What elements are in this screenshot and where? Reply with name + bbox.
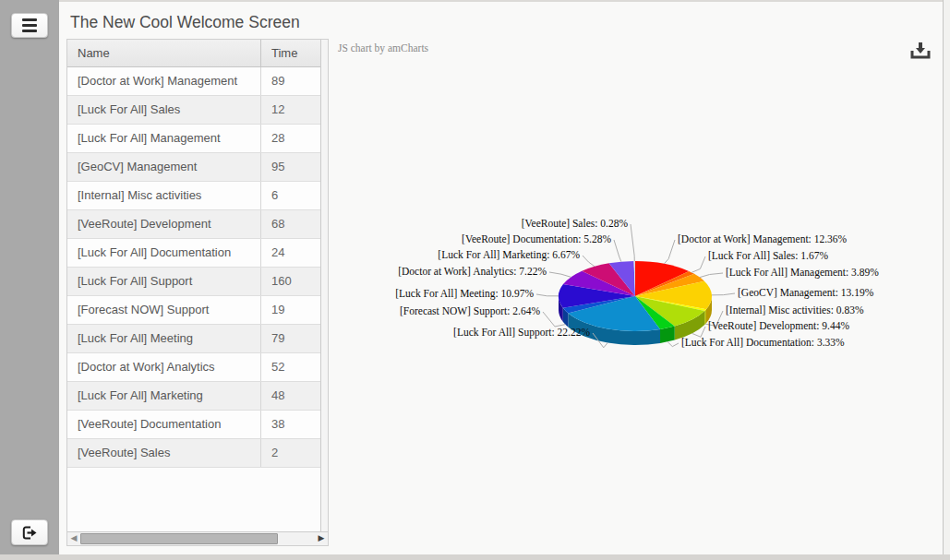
table-row[interactable]: [GeoCV] Management95 [67,153,321,182]
sidebar [0,0,59,560]
cell-name: [Luck For All] Sales [67,96,261,124]
pie-tick [614,240,621,262]
table-header: Name Time [67,40,321,67]
table-row[interactable]: [VeeRoute] Documentation38 [67,411,321,439]
pie-label: [VeeRoute] Documentation: 5.28% [462,232,611,246]
cell-name: [Luck For All] Marketing [67,382,261,410]
table-row[interactable]: [VeeRoute] Sales2 [67,439,321,468]
cell-time: 6 [261,182,321,209]
cell-time: 28 [261,125,321,152]
pie-label: [Doctor at Work] Management: 12.36% [678,232,847,246]
window-border-right [943,0,950,554]
cell-time: 19 [261,296,321,324]
menu-button[interactable] [11,13,48,38]
pie-tick [691,256,705,272]
cell-time: 48 [261,382,321,410]
cell-name: [Doctor at Work] Management [67,67,261,95]
cell-time: 79 [261,325,321,352]
pie-label: [Luck For All] Management: 3.89% [726,266,879,280]
cell-name: [GeoCV] Management [67,153,261,181]
scroll-right-arrow-icon[interactable]: ▶ [316,532,327,544]
cell-name: [Luck For All] Meeting [67,325,261,352]
cell-time: 24 [261,239,321,267]
pie-label: [Luck For All] Meeting: 10.97% [395,287,534,301]
pie-label: [GeoCV] Management: 13.19% [738,286,873,300]
table-body: [Doctor at Work] Management89[Luck For A… [67,67,321,532]
download-icon [909,41,932,60]
amcharts-watermark[interactable]: JS chart by amCharts [338,42,428,54]
cell-time: 89 [261,67,321,95]
window-border-bottom [0,554,950,560]
pie-label: [VeeRoute] Sales: 0.28% [522,217,628,231]
pie-tick [543,312,565,327]
pie-tick [593,333,607,348]
table-row[interactable]: [Luck For All] Documentation24 [67,239,321,268]
cell-name: [Forecast NOW] Support [67,296,261,324]
cell-time: 12 [261,96,321,124]
cell-time: 2 [261,439,321,467]
table-row[interactable]: [Doctor at Work] Analytics52 [67,353,321,382]
cell-time: 95 [261,153,321,181]
cell-name: [VeeRoute] Documentation [67,411,261,438]
pie-tick [712,293,735,295]
pie-tick [631,224,634,261]
pie-label: [Luck For All] Documentation: 3.33% [681,336,845,350]
table-row[interactable]: [Luck For All] Support160 [67,268,321,296]
cell-time: 52 [261,353,321,381]
table-row[interactable]: [VeeRoute] Development68 [67,210,321,239]
pie-label: [Forecast NOW] Support: 2.64% [400,304,540,318]
cell-name: [Luck For All] Support [67,268,261,295]
cell-name: [VeeRoute] Development [67,210,261,238]
cell-name: [Internal] Misc activities [67,182,261,209]
cell-time: 68 [261,210,321,238]
page-title: The New Cool Welcome Screen [70,13,300,32]
table-row[interactable]: [Luck For All] Management28 [67,125,321,153]
cell-time: 38 [261,411,321,438]
pie-tick [549,272,571,277]
table-row[interactable]: [Luck For All] Sales12 [67,96,321,125]
cell-name: [Luck For All] Management [67,125,261,152]
pie-slice-side [704,309,706,325]
table-row[interactable]: [Luck For All] Meeting79 [67,325,321,353]
horizontal-scrollbar[interactable]: ◀ ▶ [67,531,328,545]
cell-name: [VeeRoute] Sales [67,439,261,467]
app-window: The New Cool Welcome Screen Name Time [D… [0,0,950,560]
pie-label: [Luck For All] Marketing: 6.67% [438,248,580,262]
pie-tick [583,256,595,267]
pie-tick [700,273,723,278]
window-border-top [59,0,944,2]
table-row[interactable]: [Luck For All] Marketing48 [67,382,321,411]
pie-label: [Luck For All] Sales: 1.67% [708,249,828,263]
table-row[interactable]: [Forecast NOW] Support19 [67,296,321,325]
table-row[interactable]: [Doctor at Work] Management89 [67,67,321,96]
pie-tick [664,240,675,264]
table-row[interactable]: [Internal] Misc activities6 [67,182,321,210]
column-header-time[interactable]: Time [261,40,321,66]
pie-tick [667,341,679,346]
cell-name: [Luck For All] Documentation [67,239,261,267]
exit-button[interactable] [11,519,48,545]
scroll-left-arrow-icon[interactable]: ◀ [68,532,79,544]
cell-time: 160 [261,268,321,295]
scrollbar-thumb[interactable] [80,533,278,544]
pie-label: [Doctor at Work] Analytics: 7.22% [398,265,547,279]
pie-label: [Internal] Misc activities: 0.83% [726,304,863,317]
hamburger-icon [22,18,37,21]
vertical-scrollbar[interactable] [320,40,328,532]
column-header-name[interactable]: Name [67,40,261,66]
pie-label: [VeeRoute] Development: 9.44% [708,319,849,333]
download-button[interactable] [907,38,934,62]
logout-icon [22,526,38,540]
time-table: Name Time [Doctor at Work] Management89[… [66,39,329,546]
pie-tick [536,294,559,296]
cell-name: [Doctor at Work] Analytics [67,353,261,381]
pie-label: [Luck For All] Support: 22.22% [453,326,590,340]
